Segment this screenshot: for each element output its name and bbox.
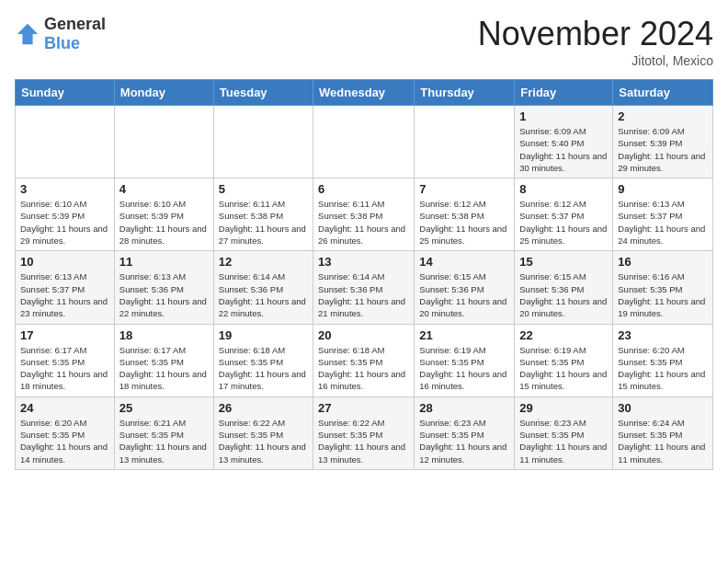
day-info: Sunrise: 6:09 AMSunset: 5:40 PMDaylight:… [519, 125, 608, 174]
day-number: 17 [20, 328, 109, 342]
day-info: Sunrise: 6:10 AMSunset: 5:39 PMDaylight:… [119, 198, 209, 247]
day-info: Sunrise: 6:11 AMSunset: 5:38 PMDaylight:… [318, 198, 409, 247]
calendar-week-5: 24Sunrise: 6:20 AMSunset: 5:35 PMDayligh… [16, 396, 713, 469]
day-number: 8 [519, 182, 608, 196]
day-number: 15 [519, 255, 608, 269]
day-info: Sunrise: 6:13 AMSunset: 5:37 PMDaylight:… [20, 270, 109, 319]
calendar-cell: 13Sunrise: 6:14 AMSunset: 5:36 PMDayligh… [313, 251, 415, 324]
day-number: 14 [419, 255, 509, 269]
calendar-cell: 16Sunrise: 6:16 AMSunset: 5:35 PMDayligh… [613, 251, 713, 324]
calendar-cell [16, 106, 115, 178]
calendar-cell: 9Sunrise: 6:13 AMSunset: 5:37 PMDaylight… [613, 178, 713, 251]
day-info: Sunrise: 6:21 AMSunset: 5:35 PMDaylight:… [119, 417, 209, 465]
day-info: Sunrise: 6:14 AMSunset: 5:36 PMDaylight:… [318, 270, 409, 319]
day-number: 21 [419, 328, 509, 342]
calendar-table: SundayMondayTuesdayWednesdayThursdayFrid… [15, 79, 713, 470]
calendar-cell: 25Sunrise: 6:21 AMSunset: 5:35 PMDayligh… [114, 396, 213, 469]
calendar-cell: 3Sunrise: 6:10 AMSunset: 5:39 PMDaylight… [16, 178, 115, 251]
calendar-cell: 5Sunrise: 6:11 AMSunset: 5:38 PMDaylight… [213, 178, 313, 251]
day-number: 27 [318, 401, 409, 415]
col-header-thursday: Thursday [415, 80, 515, 106]
calendar-cell: 20Sunrise: 6:18 AMSunset: 5:35 PMDayligh… [313, 324, 415, 396]
calendar-cell: 1Sunrise: 6:09 AMSunset: 5:40 PMDaylight… [515, 106, 613, 178]
day-number: 12 [219, 255, 308, 269]
day-info: Sunrise: 6:19 AMSunset: 5:35 PMDaylight:… [419, 344, 509, 393]
calendar-cell: 8Sunrise: 6:12 AMSunset: 5:37 PMDaylight… [515, 178, 613, 251]
day-number: 18 [119, 328, 209, 342]
calendar-cell: 6Sunrise: 6:11 AMSunset: 5:38 PMDaylight… [313, 178, 415, 251]
day-number: 3 [20, 182, 109, 196]
calendar-cell [114, 106, 213, 178]
calendar-cell: 17Sunrise: 6:17 AMSunset: 5:35 PMDayligh… [16, 324, 115, 396]
calendar-cell: 19Sunrise: 6:18 AMSunset: 5:35 PMDayligh… [213, 324, 313, 396]
day-info: Sunrise: 6:17 AMSunset: 5:35 PMDaylight:… [20, 344, 109, 393]
day-number: 19 [219, 328, 308, 342]
month-title: November 2024 [478, 15, 713, 53]
col-header-wednesday: Wednesday [313, 80, 415, 106]
calendar-cell [415, 106, 515, 178]
calendar-cell: 14Sunrise: 6:15 AMSunset: 5:36 PMDayligh… [415, 251, 515, 324]
day-info: Sunrise: 6:16 AMSunset: 5:35 PMDaylight:… [618, 270, 708, 319]
day-number: 10 [20, 255, 109, 269]
day-number: 30 [618, 401, 708, 415]
calendar-cell: 15Sunrise: 6:15 AMSunset: 5:36 PMDayligh… [515, 251, 613, 324]
day-number: 25 [119, 401, 209, 415]
day-number: 5 [219, 182, 308, 196]
day-number: 9 [618, 182, 708, 196]
col-header-monday: Monday [114, 80, 213, 106]
day-info: Sunrise: 6:15 AMSunset: 5:36 PMDaylight:… [419, 270, 509, 319]
day-number: 2 [618, 109, 708, 123]
logo-icon [15, 21, 40, 47]
day-info: Sunrise: 6:13 AMSunset: 5:36 PMDaylight:… [119, 270, 209, 319]
calendar-cell: 10Sunrise: 6:13 AMSunset: 5:37 PMDayligh… [16, 251, 115, 324]
day-number: 1 [519, 109, 608, 123]
col-header-friday: Friday [515, 80, 613, 106]
calendar-week-4: 17Sunrise: 6:17 AMSunset: 5:35 PMDayligh… [16, 324, 713, 396]
calendar-week-1: 1Sunrise: 6:09 AMSunset: 5:40 PMDaylight… [16, 106, 713, 178]
col-header-sunday: Sunday [16, 80, 115, 106]
calendar-cell: 27Sunrise: 6:22 AMSunset: 5:35 PMDayligh… [313, 396, 415, 469]
calendar-cell: 4Sunrise: 6:10 AMSunset: 5:39 PMDaylight… [114, 178, 213, 251]
calendar-header-row: SundayMondayTuesdayWednesdayThursdayFrid… [16, 80, 713, 106]
calendar-cell: 23Sunrise: 6:20 AMSunset: 5:35 PMDayligh… [613, 324, 713, 396]
logo: General Blue [15, 15, 106, 53]
day-info: Sunrise: 6:20 AMSunset: 5:35 PMDaylight:… [20, 417, 109, 465]
day-number: 4 [119, 182, 209, 196]
day-info: Sunrise: 6:23 AMSunset: 5:35 PMDaylight:… [419, 417, 509, 465]
title-block: November 2024 Jitotol, Mexico [478, 15, 713, 68]
day-info: Sunrise: 6:17 AMSunset: 5:35 PMDaylight:… [119, 344, 209, 393]
day-number: 28 [419, 401, 509, 415]
day-number: 11 [119, 255, 209, 269]
calendar-cell: 24Sunrise: 6:20 AMSunset: 5:35 PMDayligh… [16, 396, 115, 469]
calendar-cell: 21Sunrise: 6:19 AMSunset: 5:35 PMDayligh… [415, 324, 515, 396]
page-header: General Blue November 2024 Jitotol, Mexi… [15, 15, 713, 68]
logo-blue: Blue [44, 34, 80, 52]
day-number: 24 [20, 401, 109, 415]
day-number: 7 [419, 182, 509, 196]
day-info: Sunrise: 6:10 AMSunset: 5:39 PMDaylight:… [20, 198, 109, 247]
day-number: 23 [618, 328, 708, 342]
day-info: Sunrise: 6:22 AMSunset: 5:35 PMDaylight:… [219, 417, 308, 465]
calendar-cell [213, 106, 313, 178]
calendar-cell: 30Sunrise: 6:24 AMSunset: 5:35 PMDayligh… [613, 396, 713, 469]
day-info: Sunrise: 6:14 AMSunset: 5:36 PMDaylight:… [219, 270, 308, 319]
location: Jitotol, Mexico [478, 53, 713, 68]
day-number: 16 [618, 255, 708, 269]
calendar-cell: 11Sunrise: 6:13 AMSunset: 5:36 PMDayligh… [114, 251, 213, 324]
calendar-cell: 28Sunrise: 6:23 AMSunset: 5:35 PMDayligh… [415, 396, 515, 469]
day-number: 13 [318, 255, 409, 269]
day-info: Sunrise: 6:15 AMSunset: 5:36 PMDaylight:… [519, 270, 608, 319]
day-number: 20 [318, 328, 409, 342]
day-info: Sunrise: 6:13 AMSunset: 5:37 PMDaylight:… [618, 198, 708, 247]
calendar-cell: 29Sunrise: 6:23 AMSunset: 5:35 PMDayligh… [515, 396, 613, 469]
calendar-cell: 7Sunrise: 6:12 AMSunset: 5:38 PMDaylight… [415, 178, 515, 251]
calendar-cell: 26Sunrise: 6:22 AMSunset: 5:35 PMDayligh… [213, 396, 313, 469]
svg-marker-0 [17, 24, 38, 44]
day-info: Sunrise: 6:12 AMSunset: 5:38 PMDaylight:… [419, 198, 509, 247]
day-info: Sunrise: 6:24 AMSunset: 5:35 PMDaylight:… [618, 417, 708, 465]
day-number: 6 [318, 182, 409, 196]
col-header-tuesday: Tuesday [213, 80, 313, 106]
day-number: 26 [219, 401, 308, 415]
day-info: Sunrise: 6:20 AMSunset: 5:35 PMDaylight:… [618, 344, 708, 393]
calendar-cell: 2Sunrise: 6:09 AMSunset: 5:39 PMDaylight… [613, 106, 713, 178]
